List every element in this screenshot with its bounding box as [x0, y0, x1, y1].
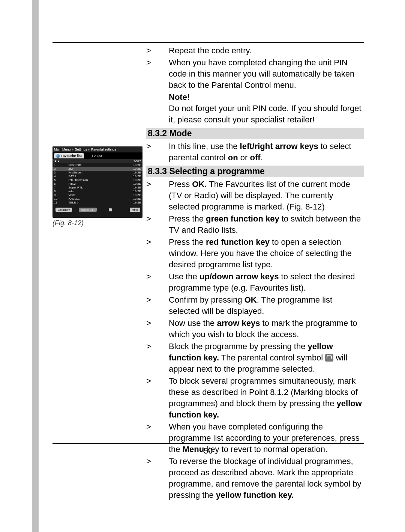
bottom-rule [52, 443, 364, 444]
crumb-settings: Settings [75, 148, 87, 151]
tab-favourite-list: Favourite list [54, 153, 84, 158]
note-text: Do not forget your unit PIN code. If you… [169, 103, 364, 125]
table-row: 11TELE 519.2E [52, 201, 142, 205]
step-item: >Repeat the code entry. [146, 45, 364, 56]
list-counter: 2/377 [134, 160, 141, 163]
step-text: Repeat the code entry. [169, 45, 364, 56]
step-item: >Block the programme by pressing the yel… [146, 341, 364, 375]
step-text: When you have completed changing the uni… [169, 57, 364, 91]
section-heading-selecting-programme: 8.3.3 Selecting a programme [146, 166, 364, 177]
crumb-main: Main Menu [54, 148, 71, 151]
breadcrumb: Main Menu▸Settings▸Parental settings [52, 146, 142, 152]
step-item: >Confirm by pressing OK. The programme l… [146, 294, 364, 317]
step-item: >Press the green function key to switch … [146, 213, 364, 236]
figure-8-12-screenshot: Main Menu▸Settings▸Parental settings Fav… [52, 146, 142, 218]
table-row: 3ProSieben19.2E [52, 171, 142, 175]
tab-tv-list: TV-List [92, 154, 102, 158]
table-row-selected: 2ZDF19.2E [52, 167, 142, 171]
step-item: >To reverse the blockage of individual p… [146, 456, 364, 501]
table-row: 5RTL Television19.2E [52, 178, 142, 182]
page-number: 50 [52, 446, 364, 456]
section-heading-mode: 8.3.2 Mode [146, 128, 364, 139]
step-text: In this line, use the left/right arrow k… [169, 141, 364, 163]
step-marker: > [146, 141, 169, 163]
step-item: >Press the red function key to open a se… [146, 237, 364, 270]
note-label: Note! [169, 92, 364, 103]
globe-icon [56, 154, 60, 158]
table-row: 9VOX19.2E [52, 193, 142, 197]
step-item: >To block several programmes simultaneou… [146, 375, 364, 420]
lock-icon [109, 208, 112, 211]
step-marker: > [146, 45, 169, 56]
step-item: > In this line, use the left/right arrow… [146, 141, 364, 163]
table-row: 1Das Erste19.2E [52, 163, 142, 167]
step-item: >Press OK. The Favourites list of the cu… [146, 179, 364, 212]
lock-icon [325, 354, 333, 362]
step-marker: > [146, 57, 169, 91]
step-item: >Now use the arrow keys to mark the prog… [146, 318, 364, 340]
step-item: >When you have completed changing the un… [146, 57, 364, 91]
channel-table: 1Das Erste19.2E 2ZDF19.2E 3ProSieben19.2… [52, 163, 142, 205]
top-rule [52, 42, 364, 43]
table-row: 10KABEL119.2E [52, 197, 142, 201]
step-item: >Use the up/down arrow keys to select th… [146, 271, 364, 294]
table-row: 7Super RTL19.2E [52, 186, 142, 190]
page-side-stripe [32, 0, 39, 532]
table-row: 4SAT.119.2E [52, 175, 142, 178]
table-row: 6RTL219.2E [52, 182, 142, 186]
button-radio-list: Radio-List [79, 208, 97, 212]
figure-caption: (Fig. 8-12) [52, 219, 146, 227]
button-category: Category [56, 208, 72, 212]
sort-indicator: ▼▲ [54, 160, 60, 163]
button-help: Help [130, 208, 140, 212]
crumb-parental: Parental settings [91, 148, 116, 151]
table-row: 8arte19.2E [52, 190, 142, 193]
